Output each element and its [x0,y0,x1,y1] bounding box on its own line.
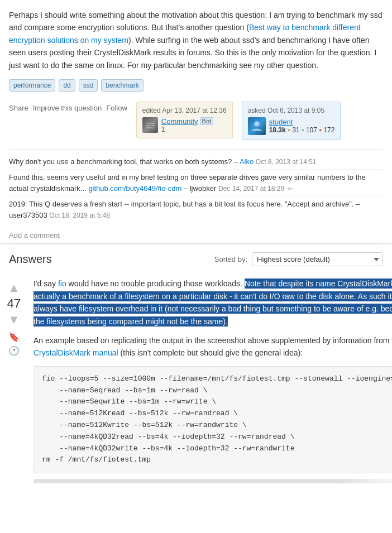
improve-link[interactable]: Improve this question [33,104,102,112]
answers-title: Answers [9,253,52,266]
community-avatar [142,117,158,133]
answer-text: I'd say fio would have no trouble produc… [34,277,392,328]
add-comment-button[interactable]: Add a comment [9,228,383,243]
edited-label: edited Apr 13, 2017 at 12:36 [142,107,227,114]
edited-user-info: Community Bot 1 [161,117,213,133]
sort-row: Sorted by: Highest score (default)Trendi… [214,252,383,266]
comment-1: Why don't you use a benchmarking tool, t… [9,154,383,170]
answer-text-2: An example based on replicating the outp… [34,334,392,359]
comment-2: Found this, seems very useful and in my … [9,170,383,196]
comment-3: 2019: This Q deserves a fresh start -- i… [9,196,383,223]
asked-user-info: student 18.3k ● 31 ● 107 ● 172 [269,118,335,134]
history-icon[interactable]: 🕐 [8,345,20,356]
svg-point-3 [146,122,149,125]
sort-label: Sorted by: [214,255,247,263]
answer-section: ▲ 47 ▼ 🔖 🕐 I'd say fio would have no tro… [0,272,392,489]
badges-row: 18.3k ● 31 ● 107 ● 172 [269,126,335,134]
community-rep: 1 [161,126,213,133]
answer-body: I'd say fio would have no trouble produc… [28,277,392,483]
svg-point-4 [149,124,151,127]
main-content: Perhaps I should write something about t… [0,0,392,243]
tag-ssd[interactable]: ssd [79,79,98,92]
answers-header: Answers Sorted by: Highest score (defaul… [0,243,392,272]
asked-box: asked Oct 6, 2013 at 9:05 student 18.3k [242,102,341,140]
bot-badge: Bot [200,117,214,125]
sort-select[interactable]: Highest score (default)Trending (recent … [252,252,383,266]
fio-cdm-link[interactable]: github.com/buty4649/fio-cdm [88,184,181,193]
svg-point-9 [259,123,262,127]
tag-dd[interactable]: dd [59,79,75,92]
share-link[interactable]: Share [9,104,28,112]
edit-icon: ✏ [288,185,293,192]
answer-intro: I'd say [34,279,58,288]
svg-point-8 [252,123,255,127]
follow-link[interactable]: Follow [106,104,127,112]
para2-before: An example based on replicating the outp… [34,336,392,345]
question-body: Perhaps I should write something about t… [9,9,383,71]
vote-count: 47 [7,296,21,311]
bookmark-icon[interactable]: 🔖 [8,332,20,342]
question-footer: Share Improve this question Follow edite… [9,102,383,140]
edited-box: edited Apr 13, 2017 at 12:36 Communi [136,102,233,138]
para2-after: (this isn't complete but should give the… [118,348,303,357]
tags-row: performance dd ssd benchmark [9,79,383,92]
svg-point-5 [151,127,154,129]
edited-user-row: Community Bot 1 [142,117,227,133]
asked-label: asked Oct 6, 2013 at 9:05 [248,107,335,114]
tag-performance[interactable]: performance [9,79,55,92]
tag-benchmark[interactable]: benchmark [101,79,143,92]
code-block: fio --loops=5 --size=1000m --filename=/m… [34,366,392,473]
comment-user-alko[interactable]: Alko [240,157,254,166]
answer-intro2: would have no trouble producing those wo… [66,279,245,288]
vote-down-button[interactable]: ▼ [6,311,22,328]
scrollbar[interactable] [34,479,392,483]
footer-links: Share Improve this question Follow [9,104,127,112]
crystal-manual-link[interactable]: CrystalDiskMark manual [34,348,118,357]
student-avatar [248,117,266,135]
community-user-link[interactable]: Community [161,117,198,126]
asked-user-row: student 18.3k ● 31 ● 107 ● 172 [248,117,335,135]
student-user-link[interactable]: student [269,118,293,126]
fio-link[interactable]: fio [58,279,66,288]
comments-section: Why don't you use a benchmarking tool, t… [9,149,383,224]
vote-column: ▲ 47 ▼ 🔖 🕐 [0,277,28,483]
vote-up-button[interactable]: ▲ [6,280,22,296]
